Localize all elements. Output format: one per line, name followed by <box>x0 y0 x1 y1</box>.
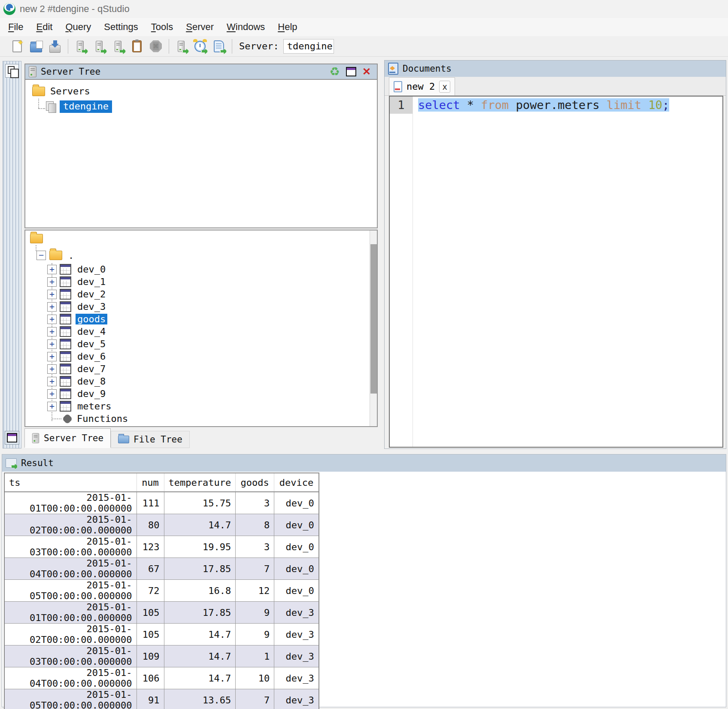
expand-icon[interactable]: + <box>47 302 57 312</box>
table-row[interactable]: 2015-01-03T00:00:00.00000012319.953dev_0 <box>4 536 319 558</box>
execute-line-icon <box>96 41 103 52</box>
expand-icon[interactable]: + <box>47 389 57 399</box>
menu-tools[interactable]: Tools <box>145 20 179 34</box>
menu-settings[interactable]: Settings <box>97 20 145 34</box>
file-tree-folder-icon <box>118 436 129 443</box>
table-row[interactable]: 2015-01-04T00:00:00.0000006717.857dev_0 <box>4 558 319 580</box>
paste-button[interactable] <box>129 39 145 54</box>
document-tab-bar: new 2 x <box>385 77 726 96</box>
qstudio-window: new 2 #tdengine - qStudio File Edit Quer… <box>0 0 728 709</box>
tree-node-table[interactable]: +dev_8 <box>47 375 107 388</box>
server-selector-combo[interactable]: tdengine <box>283 39 334 54</box>
menu-edit[interactable]: Edit <box>30 20 59 34</box>
maximize-panel-icon[interactable] <box>346 67 356 76</box>
sql-line-1[interactable]: select * from power.meters limit 10; <box>418 97 722 114</box>
stop-query-button[interactable]: ✖ <box>148 39 164 54</box>
expand-icon[interactable]: + <box>47 327 57 336</box>
functions-label: Functions <box>75 413 130 424</box>
close-panel-icon[interactable]: ✕ <box>362 66 371 78</box>
tree-node-table[interactable]: +dev_9 <box>47 388 107 400</box>
editor-gutter: 1 <box>390 97 413 447</box>
sql-editor[interactable]: 1 select * from power.meters limit 10; <box>389 96 723 448</box>
execute-selection-button[interactable] <box>110 39 126 54</box>
refresh-icon[interactable]: ♻ <box>330 66 340 78</box>
collapse-expander-icon[interactable]: − <box>36 251 46 260</box>
menu-help[interactable]: Help <box>271 20 303 34</box>
table-row[interactable]: 2015-01-05T00:00:00.0000009113.657dev_3 <box>4 689 319 709</box>
tree-node-table[interactable]: +dev_0 <box>47 263 107 276</box>
minimized-panel-button[interactable] <box>5 431 19 445</box>
expand-icon[interactable]: + <box>47 265 57 274</box>
documents-header: Documents <box>385 61 726 77</box>
menu-file[interactable]: File <box>2 20 30 34</box>
expand-icon[interactable]: + <box>47 339 57 349</box>
schema-tree-body: − . +dev_0 +dev_1 +dev_2 +dev_3 +goods +… <box>25 230 377 426</box>
tree-node-table[interactable]: +dev_3 <box>47 300 107 313</box>
table-icon <box>60 388 71 399</box>
save-button[interactable] <box>47 39 63 54</box>
table-icon <box>60 326 71 337</box>
tab-file-tree[interactable]: File Tree <box>111 431 190 448</box>
run-script-button[interactable] <box>211 39 227 54</box>
table-row[interactable]: 2015-01-01T00:00:00.00000010517.859dev_3 <box>4 602 319 624</box>
result-panel: Result ts num temperature goods device 2… <box>2 454 726 707</box>
schedule-query-button[interactable] <box>192 39 208 54</box>
table-icon <box>60 351 71 362</box>
table-icon <box>60 364 71 374</box>
expand-icon[interactable]: + <box>47 402 57 411</box>
tree-node-table[interactable]: +dev_5 <box>47 338 107 350</box>
toolbar-separator <box>232 39 232 54</box>
tree-node-table[interactable]: +dev_7 <box>47 363 107 375</box>
tab-server-tree[interactable]: Server Tree <box>24 428 111 448</box>
tree-node-table[interactable]: +dev_2 <box>47 288 107 300</box>
toolbar-separator <box>68 39 68 54</box>
tree-node-root-folder[interactable] <box>30 234 43 243</box>
expand-icon[interactable]: + <box>47 377 57 386</box>
expand-icon[interactable]: + <box>47 364 57 374</box>
tree-node-table[interactable]: +meters <box>47 400 113 412</box>
tree-node-dot-folder[interactable]: − . <box>36 248 76 262</box>
column-header-temperature[interactable]: temperature <box>164 473 236 492</box>
table-row[interactable]: 2015-01-04T00:00:00.00000010614.710dev_3 <box>4 667 319 689</box>
schema-tree-scrollbar[interactable] <box>370 230 377 426</box>
editor-code-area[interactable]: select * from power.meters limit 10; <box>413 97 722 447</box>
expand-icon[interactable]: + <box>47 290 57 299</box>
server-tree-header: Server Tree ♻ ✕ <box>25 64 377 80</box>
restore-panels-button[interactable] <box>5 64 19 78</box>
table-row[interactable]: 2015-01-02T00:00:00.0000008014.78dev_0 <box>4 514 319 536</box>
server-selector-label: Server: <box>239 41 279 52</box>
expand-icon[interactable]: + <box>47 352 57 361</box>
table-row[interactable]: 2015-01-01T00:00:00.00000011115.753dev_0 <box>4 492 319 514</box>
expand-icon[interactable]: + <box>47 277 57 287</box>
tree-node-servers[interactable]: Servers <box>32 86 90 97</box>
scrollbar-thumb[interactable] <box>370 244 377 394</box>
execute-line-button[interactable] <box>91 39 107 54</box>
result-icon <box>6 458 17 468</box>
table-row[interactable]: 2015-01-03T00:00:00.00000010914.71dev_3 <box>4 645 319 667</box>
execute-query-button[interactable] <box>73 39 88 54</box>
run-on-server-button[interactable] <box>173 39 189 54</box>
tree-node-table[interactable]: +dev_6 <box>47 350 107 363</box>
close-tab-button[interactable]: x <box>439 81 450 93</box>
new-file-button[interactable]: ✦ <box>9 39 25 54</box>
tree-node-table-selected[interactable]: +goods <box>47 313 107 325</box>
open-file-button[interactable] <box>28 39 44 54</box>
tree-node-table[interactable]: +dev_1 <box>47 276 107 288</box>
menu-server[interactable]: Server <box>179 20 220 34</box>
tree-node-tdengine[interactable]: tdengine <box>46 100 112 113</box>
tree-node-table[interactable]: +dev_4 <box>47 325 107 338</box>
dock-strip <box>3 61 21 448</box>
documents-icon <box>388 63 398 75</box>
column-header-goods[interactable]: goods <box>236 473 274 492</box>
tree-node-functions[interactable]: Functions <box>62 412 130 425</box>
column-header-num[interactable]: num <box>136 473 164 492</box>
column-header-device[interactable]: device <box>274 473 319 492</box>
table-row[interactable]: 2015-01-02T00:00:00.00000010514.79dev_3 <box>4 624 319 645</box>
tab-new-2[interactable]: new 2 x <box>389 77 455 95</box>
result-table: ts num temperature goods device 2015-01-… <box>4 473 319 709</box>
menu-windows[interactable]: Windows <box>220 20 271 34</box>
table-row[interactable]: 2015-01-05T00:00:00.0000007216.812dev_0 <box>4 580 319 602</box>
expand-icon[interactable]: + <box>47 315 57 324</box>
column-header-ts[interactable]: ts <box>4 473 136 492</box>
menu-query[interactable]: Query <box>59 20 97 34</box>
